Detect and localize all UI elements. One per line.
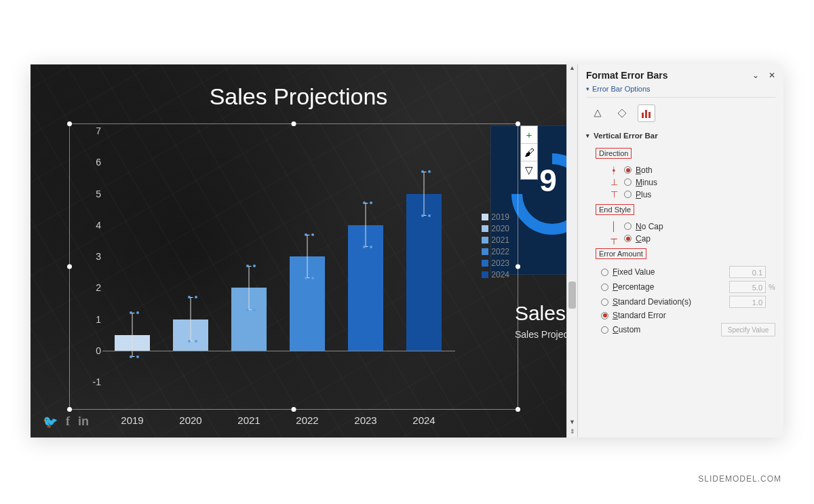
- chart-bar[interactable]: [348, 131, 383, 382]
- resize-handle[interactable]: [67, 121, 72, 126]
- radio-option-plus[interactable]: ⊤Plus: [608, 189, 775, 199]
- error-amount-group-label: Error Amount: [596, 248, 646, 259]
- chart-add-element-button[interactable]: +: [521, 126, 537, 144]
- chart-bar[interactable]: [406, 131, 442, 382]
- resize-handle[interactable]: [67, 407, 72, 412]
- option-label: Plus: [636, 190, 651, 199]
- chart-selection[interactable]: + 🖌 ▽ -101234567 20192020202120222023202…: [70, 124, 518, 409]
- legend-item[interactable]: 2021: [482, 235, 509, 245]
- radio-icon[interactable]: [601, 298, 608, 306]
- value-input[interactable]: 0.1: [729, 266, 766, 278]
- option-glyph-icon: ⍿: [608, 165, 620, 175]
- legend-swatch: [482, 271, 488, 278]
- y-tick-label: 4: [82, 220, 101, 231]
- scroll-thumb[interactable]: [568, 282, 576, 309]
- resize-handle[interactable]: [516, 265, 520, 269]
- radio-icon[interactable]: [601, 269, 608, 276]
- bar-options-tab-icon[interactable]: [638, 104, 655, 122]
- resize-handle[interactable]: [516, 407, 520, 412]
- value-input[interactable]: 5.0: [729, 281, 766, 293]
- slide-title: Sales Projections: [31, 83, 566, 110]
- radio-icon[interactable]: [601, 326, 608, 334]
- radio-option-both[interactable]: ⍿Both: [608, 165, 775, 175]
- chart-bar[interactable]: [231, 131, 267, 382]
- legend-item[interactable]: 2019: [482, 212, 509, 222]
- radio-option-stdev[interactable]: Standard Deviation(s)1.0: [601, 296, 775, 308]
- value-input[interactable]: 1.0: [729, 296, 766, 308]
- radio-icon[interactable]: [601, 312, 608, 319]
- y-tick-label: 6: [82, 157, 101, 168]
- scroll-down-arrow[interactable]: ▼: [567, 419, 577, 428]
- x-tick-label: 2019: [115, 414, 150, 426]
- y-tick-label: -1: [82, 376, 101, 387]
- svg-marker-1: [618, 109, 626, 117]
- chart-bar[interactable]: [290, 131, 325, 382]
- error-bar[interactable]: [191, 297, 191, 341]
- y-tick-label: 5: [82, 189, 101, 199]
- chart-bar[interactable]: [173, 131, 208, 382]
- resize-handle[interactable]: [292, 407, 296, 412]
- direction-group-label: Direction: [596, 148, 632, 159]
- resize-handle[interactable]: [292, 121, 296, 126]
- legend-item[interactable]: 2020: [482, 224, 509, 233]
- data-point-icon: [188, 340, 197, 343]
- radio-option-custom[interactable]: CustomSpecify Value: [601, 323, 775, 336]
- scroll-split-icon[interactable]: ⇕: [567, 428, 577, 438]
- radio-icon[interactable]: [601, 284, 608, 291]
- radio-option-fixed[interactable]: Fixed Value0.1: [601, 266, 775, 278]
- chart-bar[interactable]: [115, 131, 150, 382]
- resize-handle[interactable]: [516, 121, 520, 126]
- chart-bars[interactable]: [115, 131, 455, 382]
- chart-filter-button[interactable]: ▽: [521, 161, 537, 179]
- radio-icon[interactable]: [624, 222, 632, 230]
- branding-watermark: SLIDEMODEL.COM: [698, 474, 781, 484]
- section-label: Vertical Error Bar: [594, 132, 658, 140]
- radio-option-minus[interactable]: ⊥Minus: [608, 177, 775, 187]
- radio-option-nocap[interactable]: │No Cap: [608, 221, 775, 231]
- panel-collapse-button[interactable]: ⌄: [752, 71, 759, 80]
- radio-option-stderr[interactable]: Standard Error: [601, 311, 775, 320]
- error-bar[interactable]: [424, 172, 425, 216]
- radio-icon[interactable]: [624, 235, 632, 242]
- legend-item[interactable]: 2024: [482, 270, 509, 279]
- panel-title: Format Error Bars: [586, 70, 668, 81]
- error-bar[interactable]: [366, 203, 366, 247]
- svg-rect-2: [642, 113, 644, 118]
- scroll-up-arrow[interactable]: ▲: [567, 64, 577, 74]
- option-label: Standard Error: [613, 311, 666, 320]
- option-glyph-icon: ⊤: [608, 189, 620, 199]
- vertical-scrollbar[interactable]: ▲ ▼ ⇕: [566, 64, 577, 438]
- effects-tab-icon[interactable]: [613, 104, 631, 122]
- legend-swatch: [482, 214, 488, 220]
- resize-handle[interactable]: [67, 265, 72, 269]
- facebook-icon[interactable]: f: [66, 414, 70, 429]
- vertical-error-bar-section[interactable]: ▾ Vertical Error Bar: [586, 132, 775, 140]
- specify-value-button[interactable]: Specify Value: [721, 323, 775, 336]
- legend-item[interactable]: 2022: [482, 247, 509, 256]
- data-point-icon: [130, 311, 139, 314]
- fill-tab-icon[interactable]: [589, 104, 606, 122]
- twitter-icon[interactable]: 🐦: [43, 414, 58, 429]
- radio-icon[interactable]: [624, 178, 632, 186]
- radio-option-cap[interactable]: ┬Cap: [608, 233, 775, 244]
- option-glyph-icon: ⊥: [608, 177, 620, 187]
- panel-close-button[interactable]: ✕: [769, 71, 775, 80]
- axis-baseline: [102, 351, 455, 351]
- chart-styles-button[interactable]: 🖌: [521, 144, 537, 161]
- y-axis-ticks: -101234567: [82, 131, 101, 382]
- radio-icon[interactable]: [624, 166, 632, 174]
- error-bar[interactable]: [307, 235, 308, 279]
- error-bar[interactable]: [249, 266, 250, 310]
- x-tick-label: 2021: [231, 414, 267, 426]
- slide-canvas[interactable]: Sales Projections 9 Sales Pro Sales Proj…: [31, 64, 566, 438]
- panel-options-dropdown[interactable]: ▾ Error Bar Options: [586, 85, 775, 98]
- subtitle-big: Sales Pro: [515, 302, 566, 325]
- x-tick-label: 2020: [173, 414, 208, 426]
- radio-icon[interactable]: [624, 191, 632, 198]
- radio-option-percent[interactable]: Percentage5.0%: [601, 281, 775, 293]
- data-point-icon: [363, 246, 372, 248]
- linkedin-icon[interactable]: in: [78, 414, 89, 429]
- chart-plot[interactable]: -101234567: [102, 131, 455, 382]
- legend-item[interactable]: 2023: [482, 258, 509, 268]
- option-label: Standard Deviation(s): [613, 297, 691, 307]
